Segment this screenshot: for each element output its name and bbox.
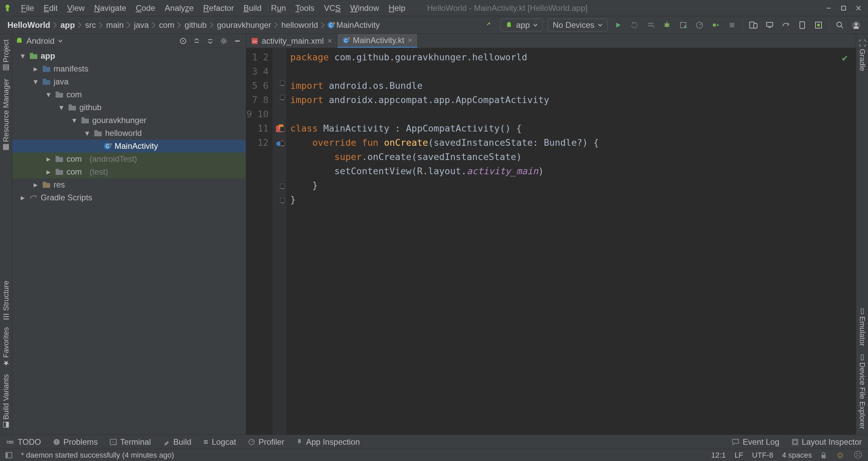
crumb-mainactivity[interactable]: MainActivity: [335, 20, 381, 30]
crumb-com[interactable]: com: [158, 20, 176, 30]
editor-body[interactable]: 1 2 3 4 5 6 7 8 9 10 11 12 ✔package com.…: [246, 48, 856, 435]
run-button[interactable]: [612, 19, 624, 31]
crumb-helloworld[interactable]: helloworld: [280, 20, 319, 30]
editor-tab-mainactivity[interactable]: C MainActivity.kt ✕: [337, 34, 418, 48]
tool-tab-event-log[interactable]: Event Log: [732, 437, 779, 447]
menu-vcs[interactable]: VCS: [320, 3, 344, 14]
tree-node-app[interactable]: ▾ app: [12, 49, 246, 62]
crumb-gouravkhunger[interactable]: gouravkhunger: [216, 20, 273, 30]
tree-node-gradle-scripts[interactable]: ▸ Gradle Scripts: [12, 191, 246, 204]
maximize-button[interactable]: [837, 3, 850, 14]
project-view-label[interactable]: Android: [26, 36, 55, 46]
tool-tab-device-file-explorer[interactable]: ▯Device File Explorer: [858, 353, 867, 429]
tool-tab-app-inspection[interactable]: App Inspection: [296, 437, 360, 447]
fold-handle-icon[interactable]: [280, 184, 285, 188]
chevron-down-icon[interactable]: ▾: [71, 116, 78, 125]
app-quality-icon[interactable]: [813, 19, 824, 31]
close-tab-icon[interactable]: ✕: [327, 37, 332, 45]
tool-tab-logcat[interactable]: ≡Logcat: [203, 437, 236, 447]
close-tab-icon[interactable]: ✕: [408, 37, 413, 44]
tree-node-java[interactable]: ▾ java: [12, 75, 246, 88]
tree-node-com-androidtest[interactable]: ▸ com (androidTest): [12, 153, 246, 165]
fold-handle-icon[interactable]: [280, 141, 285, 146]
status-encoding[interactable]: UTF-8: [752, 451, 773, 460]
close-window-button[interactable]: [852, 3, 865, 14]
gradle-elephant-icon[interactable]: [780, 19, 792, 31]
menu-window[interactable]: Window: [346, 3, 383, 14]
status-indent[interactable]: 4 spaces: [782, 451, 812, 460]
memory-indicator-happy-icon[interactable]: ☺: [835, 450, 845, 460]
run-config-combo[interactable]: app: [500, 19, 543, 32]
tool-tab-gradle[interactable]: ⛶Gradle: [858, 39, 867, 71]
crumb-app[interactable]: app: [59, 20, 76, 30]
tool-tab-structure[interactable]: ☰Structure: [2, 281, 11, 320]
menu-refactor[interactable]: Refactor: [199, 3, 238, 14]
fold-handle-icon[interactable]: [280, 95, 285, 100]
tool-tab-layout-inspector[interactable]: Layout Inspector: [792, 437, 862, 447]
fold-handle-icon[interactable]: [280, 81, 285, 85]
search-everywhere-icon[interactable]: [834, 19, 846, 31]
tool-windows-quick-access-icon[interactable]: [5, 452, 12, 458]
menu-tools[interactable]: Tools: [291, 3, 318, 14]
readonly-lock-icon[interactable]: [821, 452, 827, 459]
menu-help[interactable]: Help: [384, 3, 409, 14]
memory-indicator-sad-icon[interactable]: ☹: [853, 450, 863, 460]
tool-tab-resource-manager[interactable]: ▦Resource Manager: [2, 79, 11, 152]
chevron-down-icon[interactable]: ▾: [45, 90, 52, 99]
menu-view[interactable]: View: [63, 3, 89, 14]
editor-tab-activity-main[interactable]: <> activity_main.xml ✕: [246, 34, 337, 48]
device-combo[interactable]: No Devices: [548, 19, 608, 32]
debug-button[interactable]: [661, 19, 673, 31]
chevron-right-icon[interactable]: ▸: [45, 154, 52, 164]
tree-node-res[interactable]: ▸ res: [12, 178, 246, 191]
tool-tab-emulator[interactable]: ▯Emulator: [858, 307, 867, 346]
tool-tab-build-variants[interactable]: ◧Build Variants: [2, 374, 11, 429]
chevron-down-icon[interactable]: ▾: [19, 51, 26, 61]
coverage-icon[interactable]: [677, 19, 689, 31]
tool-tab-problems[interactable]: !Problems: [53, 437, 98, 447]
fold-handle-icon[interactable]: [280, 127, 285, 132]
tree-node-helloworld[interactable]: ▾ helloworld: [12, 127, 246, 140]
status-cursor-position[interactable]: 12:1: [711, 451, 726, 460]
chevron-right-icon[interactable]: ▸: [45, 167, 52, 177]
expand-all-icon[interactable]: [192, 36, 202, 46]
device-manager-icon[interactable]: [796, 19, 808, 31]
menu-code[interactable]: Code: [132, 3, 159, 14]
crumb-github[interactable]: github: [183, 20, 208, 30]
gear-icon[interactable]: [219, 36, 229, 46]
status-line-separator[interactable]: LF: [734, 451, 743, 460]
collapse-all-icon[interactable]: [205, 36, 215, 46]
chevron-down-icon[interactable]: [58, 39, 63, 43]
crumb-java[interactable]: java: [133, 20, 150, 30]
tree-node-github[interactable]: ▾ github: [12, 101, 246, 114]
chevron-down-icon[interactable]: ▾: [83, 128, 91, 138]
apply-code-changes-icon[interactable]: [645, 19, 656, 31]
apply-changes-icon[interactable]: [629, 19, 640, 31]
tool-tab-terminal[interactable]: >_Terminal: [110, 437, 151, 447]
user-icon[interactable]: [850, 19, 862, 31]
project-tree[interactable]: ▾ app ▸ manifests ▾ java ▾ com ▾: [12, 48, 246, 435]
tool-tab-build[interactable]: Build: [163, 437, 191, 447]
tree-node-gouravkhunger[interactable]: ▾ gouravkhunger: [12, 114, 246, 127]
chevron-down-icon[interactable]: ▾: [58, 103, 65, 112]
crumb-main[interactable]: main: [105, 20, 125, 30]
crumb-src[interactable]: src: [84, 20, 97, 30]
code-content[interactable]: ✔package com.github.gouravkhunger.hellow…: [286, 48, 856, 435]
stop-button[interactable]: [726, 19, 738, 31]
select-opened-file-icon[interactable]: [178, 36, 188, 46]
chevron-right-icon[interactable]: ▸: [32, 180, 39, 189]
inspection-ok-icon[interactable]: ✔: [842, 51, 848, 65]
chevron-right-icon[interactable]: ▸: [19, 193, 26, 202]
avd-manager-icon[interactable]: [748, 19, 759, 31]
hide-tool-window-icon[interactable]: [232, 36, 242, 46]
tree-node-com[interactable]: ▾ com: [12, 88, 246, 101]
fold-handle-icon[interactable]: [280, 198, 285, 203]
attach-debugger-icon[interactable]: [710, 19, 722, 31]
tool-tab-profiler[interactable]: Profiler: [248, 437, 284, 447]
sdk-manager-icon[interactable]: [764, 19, 775, 31]
tree-node-mainactivity[interactable]: C MainActivity: [12, 140, 246, 153]
tree-node-com-test[interactable]: ▸ com (test): [12, 165, 246, 178]
menu-build[interactable]: Build: [239, 3, 265, 14]
crumb-project[interactable]: HelloWorld: [6, 20, 52, 30]
menu-navigate[interactable]: Navigate: [90, 3, 131, 14]
